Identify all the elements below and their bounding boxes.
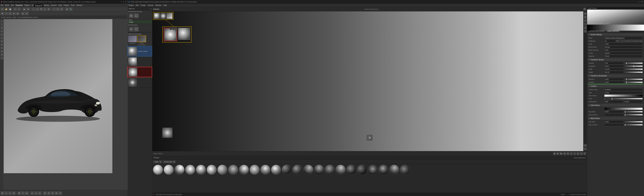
canvas-bottom-node[interactable]	[162, 128, 172, 138]
sidebar-icon-11[interactable]: ◈	[0, 53, 3, 56]
toolbar-rotate-btn[interactable]: ↻	[56, 7, 60, 11]
toolbar-redo-btn[interactable]: ↪	[18, 7, 21, 11]
light-item-3-selected[interactable]	[128, 67, 152, 77]
preset-21[interactable]	[368, 165, 378, 175]
menu-rendering[interactable]: Rendering	[41, 4, 49, 6]
canvas-side-icon-7[interactable]: ✦	[584, 144, 587, 147]
node-eye-icon[interactable]: ○	[172, 27, 175, 30]
secondary-btn-6[interactable]: ⊗	[21, 12, 25, 15]
props-width-slider[interactable]	[624, 68, 643, 70]
sidebar-icon-10[interactable]: ⚙	[0, 50, 3, 53]
bottom-btn-7[interactable]: ◎	[25, 192, 28, 195]
close-btn[interactable]: ✕	[125, 1, 126, 3]
canvas-side-icon-5[interactable]: ◎	[584, 26, 587, 29]
props-name-value[interactable]: Default Gradient Background	[604, 37, 643, 39]
sidebar-icon-3[interactable]: ⊕	[0, 26, 3, 29]
preset-23[interactable]	[389, 165, 399, 175]
secondary-btn-4[interactable]: ▲	[12, 12, 16, 15]
bottom-btn-6[interactable]: □	[21, 192, 25, 195]
light-item-2[interactable]	[128, 56, 152, 67]
preset-5[interactable]	[196, 165, 206, 175]
toolbar-light-btn[interactable]: ☀	[36, 7, 39, 11]
transform-extended-header[interactable]: ▼ Transform (Extended)	[588, 74, 643, 77]
preset-20[interactable]	[357, 165, 367, 175]
menu-window[interactable]: Window	[76, 4, 82, 6]
sidebar-icon-7[interactable]: ⊞	[0, 40, 3, 43]
right-menu-canvas[interactable]: Canvas	[148, 4, 153, 6]
hdri-thumb-2-selected[interactable]	[137, 35, 146, 42]
right-menu-window[interactable]: Window	[155, 4, 161, 6]
preset-11[interactable]	[260, 165, 270, 175]
props-type-value[interactable]: Linear	[604, 91, 643, 94]
menu-simulation[interactable]: Simulation	[32, 4, 40, 6]
right-maximize-btn[interactable]: □	[640, 1, 641, 3]
bottom-btn-4[interactable]: ⊕	[12, 192, 16, 195]
menu-camera[interactable]: Camera	[50, 4, 56, 6]
props-color-ramp-gradient[interactable]	[604, 94, 643, 97]
toolbar-camera-btn[interactable]: 📷	[40, 7, 43, 11]
alpha-ramp-header[interactable]: ▼ Alpha Ramp	[588, 117, 643, 120]
props-content-type-value[interactable]: Gradient	[604, 88, 643, 91]
props-color-swatch[interactable]	[604, 97, 609, 100]
sidebar-icon-6[interactable]: □	[0, 36, 3, 39]
preset-18[interactable]	[336, 165, 346, 175]
node-info-icon[interactable]: i	[170, 27, 172, 30]
light-list-options-icon[interactable]: ≡	[150, 8, 151, 9]
canvas-node-selected[interactable]	[164, 28, 177, 41]
props-height-slider[interactable]	[624, 71, 643, 73]
light-ctrl-btn-2[interactable]: ■	[556, 152, 559, 155]
canvas-node-1[interactable]	[154, 13, 160, 19]
node-lock-icon[interactable]: □	[175, 27, 178, 30]
canvas-side-icon-2[interactable]: ⊗	[584, 15, 587, 18]
menu-snapshot[interactable]: Snapshot	[16, 4, 22, 6]
preset-2[interactable]	[164, 165, 174, 175]
canvas-close-overlay[interactable]: ✕	[366, 134, 373, 141]
canvas-node-5[interactable]	[178, 28, 190, 40]
bottom-btn-13[interactable]: ✦	[51, 192, 54, 195]
canvas-side-icon-3[interactable]: ↔	[584, 19, 587, 22]
right-menu-help[interactable]: Help	[163, 4, 167, 6]
preset-3[interactable]	[174, 165, 184, 175]
bottom-btn-10[interactable]: ◺	[38, 192, 42, 195]
props-latitude-value[interactable]: 0.00	[604, 62, 624, 64]
props-value-ramp-gradient[interactable]	[604, 108, 643, 110]
right-menu-project[interactable]: Project	[128, 4, 134, 6]
bottom-btn-11[interactable]: ⊗	[43, 192, 46, 195]
props-interp-value-2[interactable]: Cosine	[624, 100, 643, 103]
secondary-btn-3[interactable]: ◎	[8, 12, 12, 15]
content-header[interactable]: ▼ Content	[588, 85, 643, 88]
props-handle0-value[interactable]: 0.000	[604, 78, 624, 81]
preset-7[interactable]	[217, 165, 228, 175]
light-item-4[interactable]	[128, 77, 152, 88]
preset-10[interactable]	[250, 165, 260, 175]
props-blend-channel-value[interactable]: Color	[604, 49, 643, 51]
preset-24[interactable]	[400, 165, 410, 175]
menu-objects[interactable]: Objects	[24, 4, 30, 6]
light-ctrl-btn-1[interactable]: ◀	[553, 152, 556, 155]
env-group-btn-2[interactable]	[134, 13, 139, 18]
preview-colorspace[interactable]: sRGB (glMonitor)	[588, 23, 598, 24]
env-icon-btn-1[interactable]	[129, 27, 134, 31]
preview-value[interactable]: 1.0000	[605, 23, 609, 24]
props-scale-value[interactable]: 1.000	[604, 43, 643, 45]
toolbar-render-settings-btn[interactable]: ⚙	[26, 7, 30, 11]
toolbar-save-btn[interactable]: 💾	[8, 7, 12, 11]
bottom-btn-9[interactable]: △	[34, 192, 38, 195]
canvas-side-icon-6[interactable]: □	[584, 30, 587, 33]
props-longitude-slider[interactable]	[624, 65, 643, 67]
right-menu-create[interactable]: Create	[140, 4, 146, 6]
canvas-node-3[interactable]	[166, 13, 172, 19]
canvas-node-2[interactable]	[160, 13, 166, 19]
props-peg-value-value[interactable]: 0.000	[604, 110, 624, 113]
props-handle1-slider[interactable]	[624, 82, 643, 83]
canvas-settings-btn[interactable]: ⚙	[583, 8, 586, 10]
canvas-node-group-1[interactable]	[153, 12, 174, 20]
env-icon-btn-2[interactable]	[134, 27, 139, 31]
bottom-btn-12[interactable]: ⊘	[47, 192, 50, 195]
light-item-1[interactable]: Default Gradient	[128, 46, 152, 56]
canvas-large-node-group[interactable]: i ○ □	[162, 26, 192, 42]
preset-22[interactable]	[378, 165, 388, 175]
preset-6[interactable]	[206, 165, 217, 175]
props-alpha-peg-location-value[interactable]	[604, 123, 624, 126]
sidebar-icon-5[interactable]: ▲	[0, 33, 3, 36]
